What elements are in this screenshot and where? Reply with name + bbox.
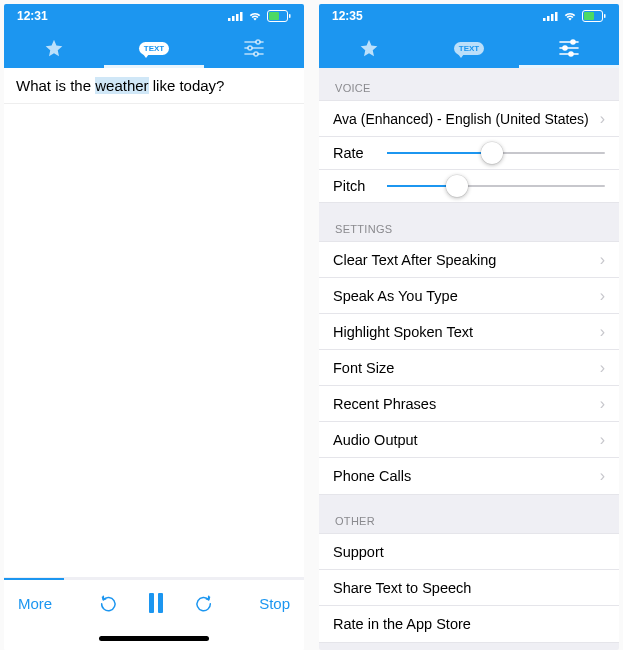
svg-rect-6 — [289, 14, 291, 18]
pitch-label: Pitch — [333, 178, 375, 194]
more-button[interactable]: More — [18, 595, 52, 612]
sliders-icon — [559, 39, 579, 57]
svg-rect-17 — [551, 14, 554, 21]
rewind-icon — [100, 593, 120, 613]
chevron-right-icon: › — [600, 251, 605, 269]
row-highlight-spoken[interactable]: Highlight Spoken Text› — [319, 314, 619, 350]
voice-selection-value: Ava (Enhanced) - English (United States) — [333, 111, 589, 127]
svg-point-12 — [254, 52, 258, 56]
text-bubble-icon: TEXT — [454, 42, 484, 55]
chevron-right-icon: › — [600, 395, 605, 413]
svg-rect-14 — [158, 593, 163, 613]
rate-label: Rate — [333, 145, 375, 161]
svg-rect-18 — [555, 12, 558, 21]
wifi-icon — [248, 11, 262, 21]
forward-icon — [192, 593, 212, 613]
tab-bar: TEXT — [4, 28, 304, 68]
svg-point-27 — [569, 52, 573, 56]
voice-selection-row[interactable]: Ava (Enhanced) - English (United States)… — [319, 101, 619, 137]
status-time: 12:35 — [332, 9, 363, 23]
sliders-icon — [244, 39, 264, 57]
chevron-right-icon: › — [600, 110, 605, 128]
row-support[interactable]: Support — [319, 534, 619, 570]
pitch-slider[interactable] — [387, 185, 605, 187]
svg-rect-21 — [604, 14, 606, 18]
tab-indicator — [519, 65, 619, 68]
bottom-toolbar: More Stop — [4, 580, 304, 626]
svg-rect-13 — [149, 593, 154, 613]
bottom-toolbar-wrap: More Stop — [4, 577, 304, 650]
home-indicator — [4, 626, 304, 650]
status-right — [228, 10, 291, 22]
row-share-tts[interactable]: Share Text to Speech — [319, 570, 619, 606]
row-recent-phrases[interactable]: Recent Phrases› — [319, 386, 619, 422]
battery-icon — [582, 10, 606, 22]
text-body-empty — [4, 104, 304, 577]
status-right — [543, 10, 606, 22]
wifi-icon — [563, 11, 577, 21]
svg-rect-1 — [232, 16, 235, 21]
row-speak-as-you-type[interactable]: Speak As You Type› — [319, 278, 619, 314]
svg-rect-15 — [543, 18, 546, 21]
row-phone-calls[interactable]: Phone Calls› — [319, 458, 619, 494]
chevron-right-icon: › — [600, 359, 605, 377]
tab-favorites[interactable] — [4, 28, 104, 68]
chevron-right-icon: › — [600, 431, 605, 449]
text-highlighted-word: weather — [95, 77, 148, 94]
text-pre: What is the — [16, 77, 95, 94]
svg-rect-5 — [269, 12, 279, 20]
rate-slider-row: Rate — [319, 137, 619, 170]
svg-rect-3 — [240, 12, 243, 21]
battery-icon — [267, 10, 291, 22]
star-icon — [359, 38, 379, 58]
tab-settings[interactable] — [519, 28, 619, 68]
svg-point-8 — [256, 40, 260, 44]
text-bubble-icon: TEXT — [139, 42, 169, 55]
signal-icon — [228, 11, 243, 21]
voice-section: Ava (Enhanced) - English (United States)… — [319, 100, 619, 203]
pause-button[interactable] — [146, 592, 166, 614]
svg-rect-2 — [236, 14, 239, 21]
pitch-slider-row: Pitch — [319, 170, 619, 202]
svg-rect-20 — [584, 12, 594, 20]
stop-button[interactable]: Stop — [259, 595, 290, 612]
tab-settings[interactable] — [204, 28, 304, 68]
status-bar: 12:31 — [4, 4, 304, 28]
status-bar: 12:35 — [319, 4, 619, 28]
pause-icon — [146, 592, 166, 614]
tab-text[interactable]: TEXT — [104, 28, 204, 68]
row-font-size[interactable]: Font Size› — [319, 350, 619, 386]
svg-point-23 — [571, 40, 575, 44]
section-header-other: OTHER — [319, 495, 619, 533]
signal-icon — [543, 11, 558, 21]
text-post: like today? — [149, 77, 225, 94]
phone-right-settings-screen: 12:35 TEXT VOICE Ava (Enhanced) - Englis… — [319, 4, 619, 650]
status-time: 12:31 — [17, 9, 48, 23]
chevron-right-icon: › — [600, 287, 605, 305]
tab-text[interactable]: TEXT — [419, 28, 519, 68]
tab-favorites[interactable] — [319, 28, 419, 68]
svg-rect-16 — [547, 16, 550, 21]
tab-bar: TEXT — [319, 28, 619, 68]
svg-point-25 — [563, 46, 567, 50]
chevron-right-icon: › — [600, 467, 605, 485]
star-icon — [44, 38, 64, 58]
rate-slider[interactable] — [387, 152, 605, 154]
section-header-settings: SETTINGS — [319, 203, 619, 241]
rewind-button[interactable] — [100, 593, 120, 613]
row-audio-output[interactable]: Audio Output› — [319, 422, 619, 458]
phone-left-text-screen: 12:31 TEXT What is the weather like toda… — [4, 4, 304, 650]
other-section: Support Share Text to Speech Rate in the… — [319, 533, 619, 643]
row-rate-app-store[interactable]: Rate in the App Store — [319, 606, 619, 642]
settings-section: Clear Text After Speaking› Speak As You … — [319, 241, 619, 495]
row-clear-text[interactable]: Clear Text After Speaking› — [319, 242, 619, 278]
speech-text-area[interactable]: What is the weather like today? — [4, 68, 304, 104]
section-header-voice: VOICE — [319, 68, 619, 100]
forward-button[interactable] — [192, 593, 212, 613]
tab-indicator — [104, 65, 204, 68]
playback-progress[interactable] — [4, 578, 304, 580]
svg-point-10 — [248, 46, 252, 50]
svg-rect-0 — [228, 18, 231, 21]
chevron-right-icon: › — [600, 323, 605, 341]
